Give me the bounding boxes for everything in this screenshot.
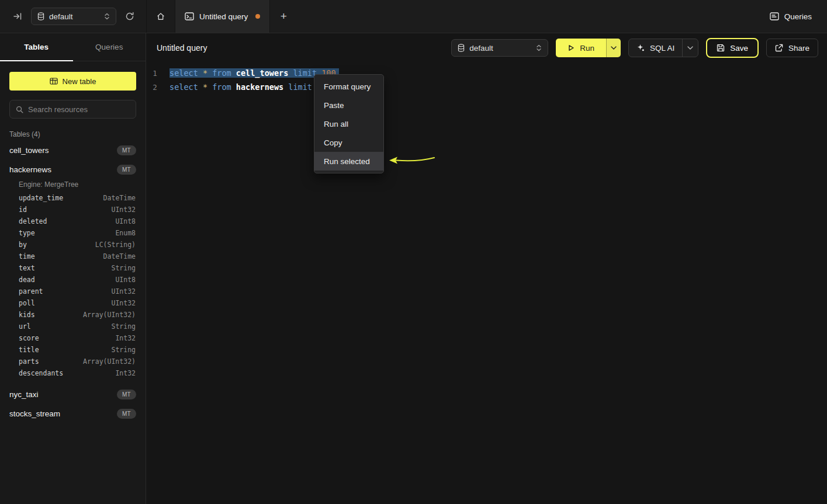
arrow-to-bar-icon: [13, 12, 22, 21]
sql-ai-split-button: SQL AI: [628, 39, 698, 57]
tab-home[interactable]: [147, 0, 175, 33]
column-type: UInt32: [111, 287, 136, 296]
line-number: 2: [146, 83, 164, 92]
unsaved-dot: [255, 14, 260, 19]
code-text: select * from hackernews limit: [169, 82, 312, 92]
refresh-button[interactable]: [125, 12, 134, 21]
code-token: select: [169, 68, 198, 78]
column-type: DateTime: [103, 252, 136, 260]
menu-item-format-query[interactable]: Format query: [314, 77, 383, 96]
table-details: Engine: MergeTreeupdate_timeDateTimeidUI…: [0, 179, 146, 385]
column-name: text: [19, 264, 35, 272]
table-name: nyc_taxi: [9, 390, 39, 399]
share-button[interactable]: Share: [766, 39, 818, 57]
column-type: Int32: [115, 334, 136, 342]
column-type: UInt32: [111, 206, 136, 214]
column-type: String: [111, 346, 136, 354]
new-tab-button[interactable]: +: [270, 0, 297, 33]
table-row-hackernews[interactable]: hackernewsMT: [0, 160, 146, 179]
main-panel: Untitled query default: [146, 33, 827, 504]
sql-ai-options-button[interactable]: [682, 39, 698, 57]
database-icon: [458, 44, 465, 52]
column-type: Int32: [115, 369, 136, 377]
tab-untitled-query[interactable]: Untitled query: [175, 0, 270, 33]
column-row: textString: [0, 262, 146, 274]
search-input[interactable]: [28, 105, 130, 114]
column-type: Array(UInt32): [83, 311, 136, 319]
menu-item-paste[interactable]: Paste: [314, 96, 383, 114]
menu-item-copy[interactable]: Copy: [314, 133, 383, 152]
column-name: time: [19, 252, 35, 260]
column-type: String: [111, 264, 136, 272]
topbar-database-select[interactable]: default: [31, 8, 116, 25]
sidebar-tab-tables[interactable]: Tables: [0, 33, 73, 61]
sidebar-tabs: Tables Queries: [0, 33, 146, 61]
topbar: default Untitled query +: [0, 0, 827, 33]
code-token: *: [203, 82, 207, 92]
column-name: deleted: [19, 217, 47, 225]
queries-button[interactable]: Queries: [770, 0, 827, 33]
column-row: titleString: [0, 344, 146, 356]
menu-item-run-selected[interactable]: Run selected: [314, 152, 383, 171]
queries-icon: [770, 12, 779, 20]
engine-badge: MT: [117, 165, 136, 175]
code-line[interactable]: 1select * from cell_towers limit 100: [146, 66, 827, 80]
code-lines: 1select * from cell_towers limit 1002sel…: [146, 66, 827, 94]
column-row: urlString: [0, 321, 146, 332]
collapse-sidebar-button[interactable]: [13, 12, 22, 21]
table-row-stocks_stream[interactable]: stocks_streamMT: [0, 404, 146, 423]
plus-icon: +: [281, 10, 287, 23]
code-token: from: [212, 82, 231, 92]
column-name: title: [19, 346, 39, 354]
table-name: cell_towers: [9, 146, 49, 155]
column-row: descendantsInt32: [0, 367, 146, 379]
column-name: id: [19, 206, 27, 214]
column-row: byLC(String): [0, 239, 146, 251]
column-name: parent: [19, 287, 43, 296]
table-row-nyc_taxi[interactable]: nyc_taxiMT: [0, 385, 146, 404]
database-icon: [37, 12, 44, 20]
column-name: dead: [19, 276, 35, 284]
column-type: DateTime: [103, 194, 136, 202]
share-icon: [775, 44, 783, 52]
column-name: score: [19, 334, 39, 342]
updown-chevron-icon: [536, 44, 542, 52]
engine-badge: MT: [117, 390, 136, 399]
column-row: scoreInt32: [0, 332, 146, 344]
query-header: Untitled query default: [146, 33, 827, 62]
sql-editor[interactable]: 1select * from cell_towers limit 1002sel…: [146, 62, 827, 504]
column-row: idUInt32: [0, 204, 146, 215]
column-type: UInt8: [115, 217, 136, 225]
menu-item-run-all[interactable]: Run all: [314, 114, 383, 133]
code-token: [231, 82, 236, 92]
updown-chevron-icon: [104, 12, 110, 20]
sidebar: Tables Queries New table Tables (4) cell…: [0, 33, 146, 504]
save-button-label: Save: [730, 44, 748, 53]
code-line[interactable]: 2select * from hackernews limit: [146, 80, 827, 94]
column-row: parentUInt32: [0, 286, 146, 297]
column-type: LC(String): [95, 241, 136, 249]
column-name: poll: [19, 299, 35, 307]
column-name: url: [19, 322, 31, 331]
column-name: type: [19, 229, 35, 237]
sidebar-tab-queries[interactable]: Queries: [73, 33, 146, 61]
engine-badge: MT: [117, 145, 136, 155]
run-button[interactable]: Run: [556, 39, 606, 57]
editor-database-select[interactable]: default: [451, 39, 548, 57]
database-select-value: default: [469, 44, 493, 53]
sql-ai-button[interactable]: SQL AI: [629, 39, 682, 57]
table-engine-label: Engine: MergeTree: [0, 179, 146, 192]
new-table-button[interactable]: New table: [9, 72, 136, 91]
table-row-cell_towers[interactable]: cell_towersMT: [0, 141, 146, 160]
column-row: timeDateTime: [0, 251, 146, 262]
save-button[interactable]: Save: [706, 38, 759, 58]
query-toolbar: default Run: [451, 38, 818, 58]
column-row: partsArray(UInt32): [0, 356, 146, 367]
query-tab-icon: [185, 12, 194, 20]
run-options-button[interactable]: [606, 39, 621, 57]
table-grid-icon: [50, 78, 58, 85]
column-type: Enum8: [115, 229, 136, 237]
run-button-label: Run: [580, 44, 594, 53]
chevron-down-icon: [611, 46, 617, 50]
code-token: [207, 82, 212, 92]
